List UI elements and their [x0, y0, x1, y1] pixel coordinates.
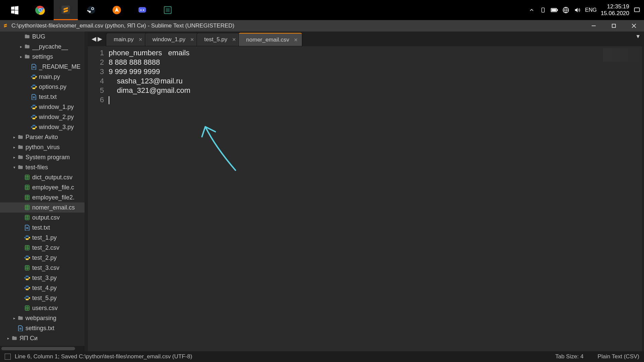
- sublime-app-icon: [2, 22, 9, 29]
- tree-item[interactable]: options.py: [0, 82, 85, 92]
- tree-item[interactable]: settings.txt: [0, 323, 85, 333]
- svg-rect-19: [635, 8, 640, 12]
- discord-icon[interactable]: [130, 0, 154, 20]
- svg-point-4: [87, 6, 95, 14]
- svg-rect-22: [612, 24, 615, 27]
- tree-item[interactable]: test_2.py: [0, 253, 85, 263]
- tree-item[interactable]: ▸settings: [0, 52, 85, 62]
- gutter: 123456: [88, 46, 109, 351]
- tree-item[interactable]: window_2.py: [0, 112, 85, 122]
- tree-item[interactable]: test_2.csv: [0, 243, 85, 253]
- close-button[interactable]: [624, 20, 644, 32]
- tray-notifications-icon[interactable]: [633, 6, 641, 14]
- svg-point-10: [140, 9, 142, 11]
- tree-item[interactable]: test.txt: [0, 223, 85, 233]
- svg-point-6: [92, 8, 94, 10]
- tree-item[interactable]: ▾test-files: [0, 162, 85, 172]
- tree-item[interactable]: test_3.csv: [0, 263, 85, 273]
- minimap[interactable]: [603, 48, 640, 62]
- svg-rect-3: [62, 5, 70, 14]
- avast-icon[interactable]: [105, 0, 129, 20]
- nav-forward-icon[interactable]: ▶: [98, 35, 102, 43]
- tab[interactable]: test_5.py✕: [197, 33, 240, 46]
- tab[interactable]: main.py✕: [106, 33, 147, 46]
- tab-bar: ◀ ▶ main.py✕window_1.py✕test_5.py✕nomer_…: [88, 32, 644, 46]
- tree-item[interactable]: ▸ЯП Си: [0, 333, 85, 343]
- status-syntax[interactable]: Plain Text (CSV): [598, 353, 639, 360]
- tab[interactable]: nomer_email.csv✕: [238, 33, 303, 46]
- tree-item[interactable]: test_4.py: [0, 283, 85, 293]
- tree-item[interactable]: test_5.py: [0, 293, 85, 303]
- chrome-icon[interactable]: [28, 0, 52, 20]
- status-panel-icon[interactable]: [5, 354, 11, 360]
- svg-rect-9: [139, 7, 146, 12]
- svg-rect-17: [552, 9, 556, 11]
- tab-dropdown-icon[interactable]: ▼: [635, 34, 641, 40]
- svg-rect-16: [557, 9, 558, 11]
- tab-close-icon[interactable]: ✕: [232, 37, 236, 42]
- windows-taskbar: ENG 12:35:19 15.06.2020: [0, 0, 644, 20]
- vertical-scrollbar[interactable]: [642, 46, 644, 351]
- tree-item[interactable]: dict_output.csv: [0, 172, 85, 182]
- nav-back-icon[interactable]: ◀: [92, 35, 96, 43]
- sidebar: BUG▸__pycache__▸settings_README_MEmain.p…: [0, 32, 85, 351]
- tree-item[interactable]: ▸webparsing: [0, 313, 85, 323]
- window-titlebar[interactable]: C:\python\test-files\nomer_email.csv (py…: [0, 20, 644, 32]
- tab-close-icon[interactable]: ✕: [294, 37, 298, 43]
- tray-network-icon[interactable]: [562, 6, 570, 14]
- annotation-arrow: [195, 113, 262, 180]
- svg-point-11: [143, 9, 144, 11]
- steam-icon[interactable]: [79, 0, 103, 20]
- tray-clock[interactable]: 12:35:19 15.06.2020: [601, 3, 629, 17]
- tree-item[interactable]: BUG: [0, 32, 85, 42]
- start-button[interactable]: [3, 0, 27, 20]
- tray-chevron-icon[interactable]: [528, 6, 535, 14]
- tab-close-icon[interactable]: ✕: [190, 37, 194, 42]
- tree-item[interactable]: test.txt: [0, 92, 85, 102]
- tree-item[interactable]: window_1.py: [0, 102, 85, 112]
- status-cursor-position: Line 6, Column 1; Saved C:\python\test-f…: [15, 353, 192, 360]
- status-tab-size[interactable]: Tab Size: 4: [555, 353, 583, 360]
- tree-item[interactable]: nomer_email.cs: [0, 202, 85, 213]
- tree-item[interactable]: employee_file.c: [0, 182, 85, 192]
- maximize-button[interactable]: [604, 20, 624, 32]
- tree-item[interactable]: main.py: [0, 72, 85, 82]
- tray-language[interactable]: ENG: [585, 7, 597, 13]
- status-bar: Line 6, Column 1; Saved C:\python\test-f…: [0, 351, 644, 362]
- tree-item[interactable]: ▸System program: [0, 152, 85, 162]
- tree-item[interactable]: output.csv: [0, 213, 85, 223]
- svg-point-2: [39, 9, 42, 11]
- sidebar-resize-handle[interactable]: [85, 32, 88, 351]
- tree-item[interactable]: ▸python_virus: [0, 142, 85, 152]
- tree-item[interactable]: employee_file2.: [0, 192, 85, 202]
- tree-item[interactable]: users.csv: [0, 303, 85, 313]
- tray-battery-icon[interactable]: [551, 6, 558, 14]
- editor[interactable]: 123456 phone_numbers emails8 888 888 888…: [88, 46, 644, 351]
- sidebar-scrollbar[interactable]: [0, 346, 85, 351]
- app-icon[interactable]: [156, 0, 180, 20]
- tree-item[interactable]: test_3.py: [0, 273, 85, 283]
- tray-volume-icon[interactable]: [574, 6, 581, 14]
- file-tree[interactable]: BUG▸__pycache__▸settings_README_MEmain.p…: [0, 32, 85, 346]
- svg-rect-13: [166, 8, 170, 12]
- svg-rect-20: [3, 23, 8, 28]
- minimize-button[interactable]: [584, 20, 604, 32]
- tree-item[interactable]: _README_ME: [0, 62, 85, 72]
- code-area[interactable]: phone_numbers emails8 888 888 88889 999 …: [109, 46, 191, 351]
- tab[interactable]: window_1.py✕: [145, 33, 199, 46]
- tab-close-icon[interactable]: ✕: [139, 37, 143, 42]
- svg-rect-14: [542, 8, 544, 12]
- tree-item[interactable]: ▸Parser Avito: [0, 132, 85, 142]
- tree-item[interactable]: window_3.py: [0, 122, 85, 132]
- tree-item[interactable]: test_1.py: [0, 233, 85, 243]
- sublime-text-icon[interactable]: [54, 0, 78, 20]
- tray-device-icon[interactable]: [539, 6, 547, 14]
- tree-item[interactable]: ▸__pycache__: [0, 42, 85, 52]
- window-title: C:\python\test-files\nomer_email.csv (py…: [11, 22, 234, 29]
